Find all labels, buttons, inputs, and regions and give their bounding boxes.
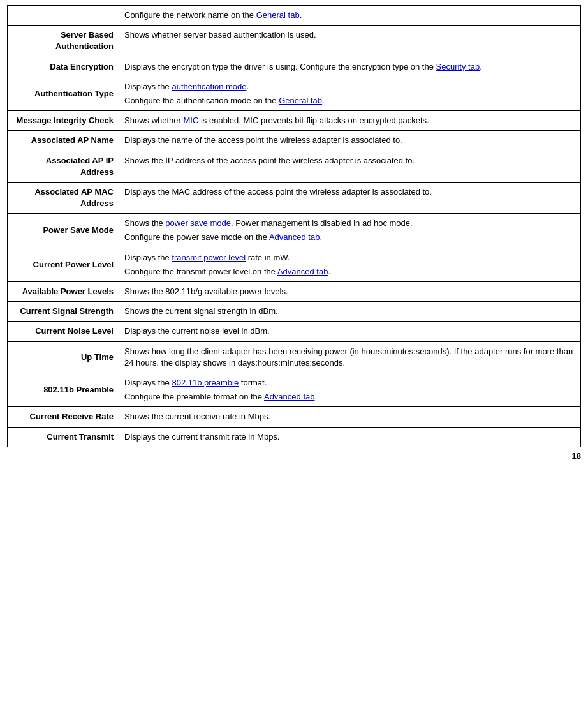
table-row: Associated AP NameDisplays the name of t… (8, 131, 581, 151)
row-label: Current Noise Level (8, 322, 119, 341)
row-label (8, 6, 119, 26)
row-content: Shows how long the client adapter has be… (119, 341, 581, 373)
row-content: Shows whether server based authenticatio… (119, 26, 581, 57)
row-label: Current Power Level (8, 248, 119, 281)
row-content: Displays the MAC address of the access p… (119, 182, 581, 213)
row-label: Available Power Levels (8, 282, 119, 302)
row-label: Associated AP MAC Address (8, 182, 119, 213)
content-paragraph: Displays the authentication mode. (124, 81, 575, 93)
table-row: Message Integrity CheckShows whether MIC… (8, 111, 581, 131)
row-label: Associated AP IP Address (8, 151, 119, 182)
row-content: Displays the encryption type the driver … (119, 57, 581, 77)
table-row: Data EncryptionDisplays the encryption t… (8, 57, 581, 77)
main-table: Configure the network name on the Genera… (7, 5, 581, 447)
row-label: 802.11b Preamble (8, 373, 119, 406)
row-content: Shows whether MIC is enabled. MIC preven… (119, 111, 581, 131)
content-paragraph: Displays the 802.11b preamble format. (124, 377, 575, 389)
row-content: Displays the current noise level in dBm. (119, 322, 581, 341)
table-row: Configure the network name on the Genera… (8, 6, 581, 26)
row-label: Data Encryption (8, 57, 119, 77)
row-content: Shows the IP address of the access point… (119, 151, 581, 182)
row-content: Configure the network name on the Genera… (119, 6, 581, 26)
row-content: Shows the current signal strength in dBm… (119, 302, 581, 322)
table-row: Associated AP MAC AddressDisplays the MA… (8, 182, 581, 213)
row-label: Server Based Authentication (8, 26, 119, 57)
link-advanced-tab[interactable]: Advanced tab (277, 267, 328, 276)
link-802.11b-preamble[interactable]: 802.11b preamble (172, 378, 239, 387)
row-content: Displays the transmit power level rate i… (119, 248, 581, 281)
row-content: Displays the authentication mode.Configu… (119, 77, 581, 110)
table-row: 802.11b PreambleDisplays the 802.11b pre… (8, 373, 581, 406)
row-label: Power Save Mode (8, 214, 119, 248)
page-number: 18 (7, 451, 581, 461)
row-content: Displays the name of the access point th… (119, 131, 581, 151)
row-content: Displays the current transmit rate in Mb… (119, 427, 581, 447)
link-advanced-tab[interactable]: Advanced tab (269, 232, 320, 242)
table-row: Authentication TypeDisplays the authenti… (8, 77, 581, 110)
content-paragraph: Configure the transmit power level on th… (124, 266, 575, 278)
table-row: Current Noise LevelDisplays the current … (8, 322, 581, 341)
row-content: Shows the power save mode. Power managem… (119, 214, 581, 248)
row-label: Up Time (8, 341, 119, 373)
link-general-tab[interactable]: General tab (256, 10, 300, 20)
table-row: Server Based AuthenticationShows whether… (8, 26, 581, 57)
table-row: Power Save ModeShows the power save mode… (8, 214, 581, 248)
row-label: Current Transmit (8, 427, 119, 447)
content-paragraph: Displays the transmit power level rate i… (124, 252, 575, 264)
link-power-save-mode[interactable]: power save mode (165, 218, 231, 228)
page-wrapper: Configure the network name on the Genera… (7, 5, 581, 461)
link-mic[interactable]: MIC (184, 116, 199, 125)
table-row: Current TransmitDisplays the current tra… (8, 427, 581, 447)
link-general-tab[interactable]: General tab (279, 96, 322, 105)
row-label: Associated AP Name (8, 131, 119, 151)
table-row: Associated AP IP AddressShows the IP add… (8, 151, 581, 182)
link-security-tab[interactable]: Security tab (436, 62, 480, 71)
row-content: Displays the 802.11b preamble format.Con… (119, 373, 581, 406)
content-paragraph: Configure the preamble format on the Adv… (124, 391, 575, 403)
table-row: Up TimeShows how long the client adapter… (8, 341, 581, 373)
content-paragraph: Configure the authentication mode on the… (124, 95, 575, 107)
row-label: Message Integrity Check (8, 111, 119, 131)
row-label: Authentication Type (8, 77, 119, 110)
content-paragraph: Configure the power save mode on the Adv… (124, 232, 575, 243)
row-label: Current Signal Strength (8, 302, 119, 322)
link-transmit-power-level[interactable]: transmit power level (172, 253, 246, 262)
row-content: Shows the current receive rate in Mbps. (119, 407, 581, 427)
row-content: Shows the 802.11b/g available power leve… (119, 282, 581, 302)
table-row: Current Power LevelDisplays the transmit… (8, 248, 581, 281)
table-row: Current Signal StrengthShows the current… (8, 302, 581, 322)
link-authentication-mode[interactable]: authentication mode (172, 82, 246, 91)
content-paragraph: Shows the power save mode. Power managem… (124, 218, 575, 229)
table-row: Available Power LevelsShows the 802.11b/… (8, 282, 581, 302)
table-row: Current Receive RateShows the current re… (8, 407, 581, 427)
row-label: Current Receive Rate (8, 407, 119, 427)
link-advanced-tab[interactable]: Advanced tab (264, 392, 315, 401)
